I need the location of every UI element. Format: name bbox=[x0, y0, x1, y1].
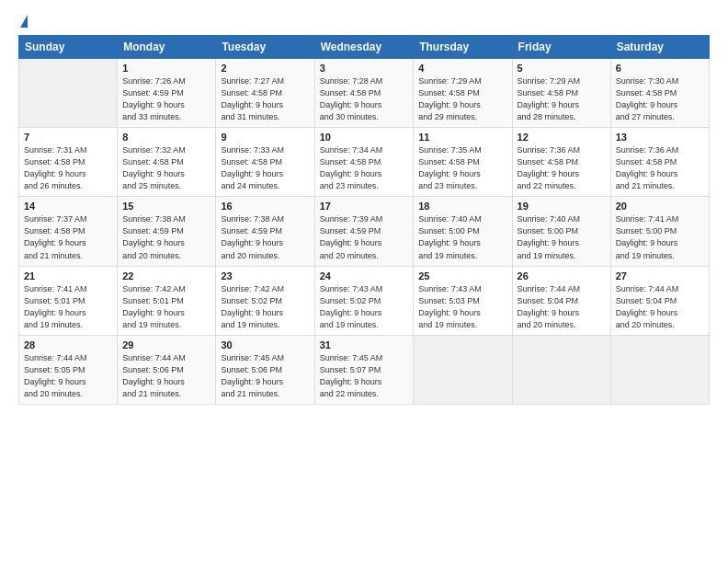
day-number: 26 bbox=[518, 270, 606, 282]
day-info: Sunrise: 7:38 AM Sunset: 4:59 PM Dayligh… bbox=[221, 213, 309, 261]
day-number: 1 bbox=[122, 63, 210, 74]
day-info: Sunrise: 7:40 AM Sunset: 5:00 PM Dayligh… bbox=[418, 213, 506, 261]
day-cell: 14Sunrise: 7:37 AM Sunset: 4:58 PM Dayli… bbox=[19, 197, 118, 266]
day-info: Sunrise: 7:41 AM Sunset: 5:00 PM Dayligh… bbox=[616, 213, 704, 261]
day-number: 10 bbox=[320, 132, 409, 143]
day-number: 6 bbox=[616, 63, 704, 74]
day-cell: 23Sunrise: 7:42 AM Sunset: 5:02 PM Dayli… bbox=[216, 266, 314, 335]
day-number: 30 bbox=[221, 339, 309, 350]
day-cell: 22Sunrise: 7:42 AM Sunset: 5:01 PM Dayli… bbox=[118, 266, 216, 335]
day-number: 2 bbox=[221, 63, 309, 74]
day-cell: 8Sunrise: 7:32 AM Sunset: 4:58 PM Daylig… bbox=[118, 128, 216, 197]
day-number: 23 bbox=[221, 270, 309, 282]
day-info: Sunrise: 7:28 AM Sunset: 4:58 PM Dayligh… bbox=[320, 75, 409, 123]
day-info: Sunrise: 7:32 AM Sunset: 4:58 PM Dayligh… bbox=[122, 144, 210, 192]
day-info: Sunrise: 7:29 AM Sunset: 4:58 PM Dayligh… bbox=[518, 75, 606, 123]
col-header-monday: Monday bbox=[118, 36, 216, 59]
day-number: 29 bbox=[122, 339, 210, 350]
day-info: Sunrise: 7:26 AM Sunset: 4:59 PM Dayligh… bbox=[122, 75, 210, 123]
page: SundayMondayTuesdayWednesdayThursdayFrid… bbox=[0, 0, 728, 563]
day-number: 8 bbox=[122, 132, 210, 143]
day-cell: 20Sunrise: 7:41 AM Sunset: 5:00 PM Dayli… bbox=[610, 197, 709, 266]
day-cell: 17Sunrise: 7:39 AM Sunset: 4:59 PM Dayli… bbox=[314, 197, 414, 266]
day-info: Sunrise: 7:33 AM Sunset: 4:58 PM Dayligh… bbox=[221, 144, 309, 192]
day-cell bbox=[512, 335, 610, 404]
day-number: 17 bbox=[320, 201, 409, 212]
day-number: 19 bbox=[518, 201, 606, 212]
day-cell: 29Sunrise: 7:44 AM Sunset: 5:06 PM Dayli… bbox=[118, 335, 216, 404]
day-cell bbox=[610, 335, 709, 404]
day-cell bbox=[414, 335, 512, 404]
day-info: Sunrise: 7:29 AM Sunset: 4:58 PM Dayligh… bbox=[418, 75, 506, 123]
day-info: Sunrise: 7:42 AM Sunset: 5:01 PM Dayligh… bbox=[122, 283, 210, 331]
day-cell: 28Sunrise: 7:44 AM Sunset: 5:05 PM Dayli… bbox=[19, 335, 118, 404]
logo bbox=[18, 17, 28, 26]
day-cell: 16Sunrise: 7:38 AM Sunset: 4:59 PM Dayli… bbox=[216, 197, 314, 266]
col-header-thursday: Thursday bbox=[414, 36, 512, 59]
day-cell: 24Sunrise: 7:43 AM Sunset: 5:02 PM Dayli… bbox=[314, 266, 414, 335]
day-number: 21 bbox=[24, 270, 112, 282]
day-info: Sunrise: 7:37 AM Sunset: 4:58 PM Dayligh… bbox=[24, 213, 112, 261]
week-row-5: 28Sunrise: 7:44 AM Sunset: 5:05 PM Dayli… bbox=[19, 335, 710, 404]
col-header-saturday: Saturday bbox=[610, 36, 709, 59]
day-number: 15 bbox=[122, 201, 210, 212]
day-number: 9 bbox=[221, 132, 309, 143]
day-info: Sunrise: 7:39 AM Sunset: 4:59 PM Dayligh… bbox=[320, 213, 409, 261]
day-number: 22 bbox=[122, 270, 210, 282]
day-cell: 12Sunrise: 7:36 AM Sunset: 4:58 PM Dayli… bbox=[512, 128, 610, 197]
logo-triangle-icon bbox=[20, 15, 28, 28]
day-info: Sunrise: 7:34 AM Sunset: 4:58 PM Dayligh… bbox=[320, 144, 409, 192]
day-number: 18 bbox=[418, 201, 506, 212]
day-info: Sunrise: 7:38 AM Sunset: 4:59 PM Dayligh… bbox=[122, 213, 210, 261]
day-number: 13 bbox=[616, 132, 704, 143]
day-cell: 13Sunrise: 7:36 AM Sunset: 4:58 PM Dayli… bbox=[610, 128, 709, 197]
day-number: 14 bbox=[24, 201, 112, 212]
day-cell: 5Sunrise: 7:29 AM Sunset: 4:58 PM Daylig… bbox=[512, 59, 610, 128]
day-info: Sunrise: 7:43 AM Sunset: 5:02 PM Dayligh… bbox=[320, 283, 409, 331]
day-number: 11 bbox=[418, 132, 506, 143]
day-number: 3 bbox=[320, 63, 409, 74]
day-info: Sunrise: 7:36 AM Sunset: 4:58 PM Dayligh… bbox=[616, 144, 704, 192]
day-info: Sunrise: 7:43 AM Sunset: 5:03 PM Dayligh… bbox=[418, 283, 506, 331]
day-number: 5 bbox=[518, 63, 606, 74]
day-info: Sunrise: 7:44 AM Sunset: 5:04 PM Dayligh… bbox=[616, 283, 704, 331]
day-info: Sunrise: 7:45 AM Sunset: 5:07 PM Dayligh… bbox=[320, 352, 409, 400]
day-info: Sunrise: 7:41 AM Sunset: 5:01 PM Dayligh… bbox=[24, 283, 112, 331]
day-info: Sunrise: 7:31 AM Sunset: 4:58 PM Dayligh… bbox=[24, 144, 112, 192]
day-number: 24 bbox=[320, 270, 409, 282]
day-number: 20 bbox=[616, 201, 704, 212]
calendar-header-row: SundayMondayTuesdayWednesdayThursdayFrid… bbox=[19, 36, 710, 59]
day-cell: 18Sunrise: 7:40 AM Sunset: 5:00 PM Dayli… bbox=[414, 197, 512, 266]
day-cell: 26Sunrise: 7:44 AM Sunset: 5:04 PM Dayli… bbox=[512, 266, 610, 335]
day-number: 25 bbox=[418, 270, 506, 282]
day-number: 28 bbox=[24, 339, 112, 350]
day-cell: 3Sunrise: 7:28 AM Sunset: 4:58 PM Daylig… bbox=[314, 59, 414, 128]
day-info: Sunrise: 7:44 AM Sunset: 5:05 PM Dayligh… bbox=[24, 352, 112, 400]
day-cell bbox=[19, 59, 118, 128]
week-row-1: 1Sunrise: 7:26 AM Sunset: 4:59 PM Daylig… bbox=[19, 59, 710, 128]
week-row-4: 21Sunrise: 7:41 AM Sunset: 5:01 PM Dayli… bbox=[19, 266, 710, 335]
week-row-3: 14Sunrise: 7:37 AM Sunset: 4:58 PM Dayli… bbox=[19, 197, 710, 266]
day-cell: 4Sunrise: 7:29 AM Sunset: 4:58 PM Daylig… bbox=[414, 59, 512, 128]
day-cell: 9Sunrise: 7:33 AM Sunset: 4:58 PM Daylig… bbox=[216, 128, 314, 197]
day-info: Sunrise: 7:45 AM Sunset: 5:06 PM Dayligh… bbox=[221, 352, 309, 400]
col-header-friday: Friday bbox=[512, 36, 610, 59]
day-cell: 10Sunrise: 7:34 AM Sunset: 4:58 PM Dayli… bbox=[314, 128, 414, 197]
day-info: Sunrise: 7:44 AM Sunset: 5:04 PM Dayligh… bbox=[518, 283, 606, 331]
day-info: Sunrise: 7:44 AM Sunset: 5:06 PM Dayligh… bbox=[122, 352, 210, 400]
day-info: Sunrise: 7:30 AM Sunset: 4:58 PM Dayligh… bbox=[616, 75, 704, 123]
day-cell: 27Sunrise: 7:44 AM Sunset: 5:04 PM Dayli… bbox=[610, 266, 709, 335]
day-number: 31 bbox=[320, 339, 409, 350]
col-header-sunday: Sunday bbox=[19, 36, 118, 59]
day-cell: 1Sunrise: 7:26 AM Sunset: 4:59 PM Daylig… bbox=[118, 59, 216, 128]
day-cell: 25Sunrise: 7:43 AM Sunset: 5:03 PM Dayli… bbox=[414, 266, 512, 335]
day-cell: 21Sunrise: 7:41 AM Sunset: 5:01 PM Dayli… bbox=[19, 266, 118, 335]
week-row-2: 7Sunrise: 7:31 AM Sunset: 4:58 PM Daylig… bbox=[19, 128, 710, 197]
day-info: Sunrise: 7:27 AM Sunset: 4:58 PM Dayligh… bbox=[221, 75, 309, 123]
day-cell: 2Sunrise: 7:27 AM Sunset: 4:58 PM Daylig… bbox=[216, 59, 314, 128]
day-info: Sunrise: 7:35 AM Sunset: 4:58 PM Dayligh… bbox=[418, 144, 506, 192]
day-number: 16 bbox=[221, 201, 309, 212]
day-cell: 11Sunrise: 7:35 AM Sunset: 4:58 PM Dayli… bbox=[414, 128, 512, 197]
calendar-table: SundayMondayTuesdayWednesdayThursdayFrid… bbox=[18, 35, 710, 405]
day-info: Sunrise: 7:36 AM Sunset: 4:58 PM Dayligh… bbox=[518, 144, 606, 192]
